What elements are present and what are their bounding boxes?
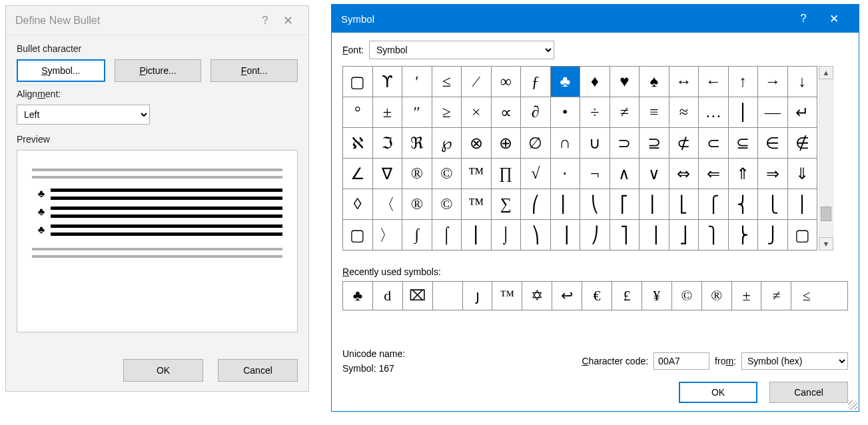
symbol-cell[interactable]: ∧ bbox=[610, 159, 640, 189]
resize-grip-icon[interactable] bbox=[848, 400, 857, 410]
symbol-cell[interactable]: ⎩ bbox=[758, 189, 788, 220]
symbol-cell[interactable]: ≤ bbox=[432, 67, 462, 97]
symbol-cell[interactable]: 〈 bbox=[372, 189, 402, 220]
recent-symbol-cell[interactable]: € bbox=[582, 282, 612, 310]
symbol-cell[interactable]: ″ bbox=[402, 97, 432, 128]
font-button[interactable]: Font... bbox=[211, 59, 298, 82]
symbol-cell[interactable]: ± bbox=[372, 97, 402, 128]
symbol-cell[interactable]: ⁄ bbox=[462, 67, 492, 97]
recent-symbol-cell[interactable]: ™ bbox=[492, 282, 522, 310]
symbol-cell[interactable]: ▢ bbox=[343, 67, 373, 97]
symbol-cell[interactable]: ¬ bbox=[580, 159, 610, 189]
symbol-cell[interactable]: ⎜ bbox=[550, 189, 580, 220]
recent-symbol-cell[interactable]: ȷ bbox=[463, 282, 493, 310]
symbol-cell[interactable]: ⊗ bbox=[462, 128, 492, 159]
symbol-cell[interactable]: ∑ bbox=[491, 189, 521, 220]
symbol-cell[interactable]: ↑ bbox=[728, 67, 758, 97]
symbol-cell[interactable]: ÷ bbox=[580, 97, 610, 128]
symbol-cell[interactable]: ⎝ bbox=[580, 189, 610, 220]
help-icon[interactable]: ? bbox=[788, 5, 819, 33]
symbol-cell[interactable]: ⎫ bbox=[699, 220, 729, 250]
symbol-cell[interactable]: ⇒ bbox=[758, 159, 788, 189]
symbol-cell[interactable]: ⎧ bbox=[699, 189, 729, 220]
symbol-cell[interactable]: © bbox=[432, 189, 462, 220]
recent-symbol-cell[interactable]: ± bbox=[732, 282, 762, 310]
recent-symbol-cell[interactable]: © bbox=[672, 282, 702, 310]
symbol-cell[interactable]: ⇓ bbox=[787, 159, 817, 189]
symbol-cell[interactable]: ⎡ bbox=[610, 189, 640, 220]
symbol-cell[interactable]: ⎛ bbox=[521, 189, 551, 220]
symbol-cell[interactable]: ℵ bbox=[343, 128, 373, 159]
symbol-cell[interactable]: ∝ bbox=[491, 97, 521, 128]
recent-symbol-cell[interactable]: ¥ bbox=[642, 282, 672, 310]
symbol-cell[interactable]: × bbox=[462, 97, 492, 128]
recent-symbol-cell[interactable]: ≤ bbox=[791, 282, 821, 310]
symbol-cell[interactable]: ⊄ bbox=[669, 128, 699, 159]
recent-symbol-cell[interactable]: ↩ bbox=[552, 282, 582, 310]
scroll-down-icon[interactable]: ▼ bbox=[819, 237, 833, 250]
alignment-select[interactable]: Left bbox=[17, 105, 150, 125]
symbol-cell[interactable]: ® bbox=[402, 189, 432, 220]
from-select[interactable]: Symbol (hex) bbox=[741, 352, 848, 370]
scroll-up-icon[interactable]: ▲ bbox=[819, 66, 833, 79]
symbol-cell[interactable]: © bbox=[432, 159, 462, 189]
symbol-cell[interactable]: — bbox=[758, 97, 788, 128]
symbol-cell[interactable]: ∞ bbox=[491, 67, 521, 97]
symbol-cell[interactable]: ⌠ bbox=[432, 220, 462, 250]
symbol-cell[interactable]: ⎦ bbox=[669, 220, 699, 250]
symbol-cell[interactable]: ≡ bbox=[640, 97, 669, 128]
symbol-cell[interactable]: 〉 bbox=[372, 220, 402, 250]
symbol-cell[interactable]: ⎭ bbox=[758, 220, 788, 250]
symbol-cell[interactable]: ⎢ bbox=[640, 189, 669, 220]
recent-symbol-cell[interactable] bbox=[433, 282, 463, 310]
symbol-cell[interactable]: ♥ bbox=[610, 67, 640, 97]
symbol-cell[interactable]: ⎣ bbox=[669, 189, 699, 220]
recent-symbol-cell[interactable]: ≠ bbox=[761, 282, 791, 310]
picture-button[interactable]: Picture... bbox=[115, 59, 202, 82]
symbol-cell[interactable]: ∈ bbox=[758, 128, 788, 159]
symbol-cell[interactable]: ⎠ bbox=[580, 220, 610, 250]
symbol-cell[interactable]: ♠ bbox=[640, 67, 669, 97]
symbol-cell[interactable]: ƒ bbox=[521, 67, 551, 97]
close-icon[interactable]: ✕ bbox=[819, 5, 849, 33]
symbol-cell[interactable]: ° bbox=[343, 97, 373, 128]
symbol-cell[interactable]: ⊂ bbox=[699, 128, 729, 159]
symbol-cell[interactable]: ∫ bbox=[402, 220, 432, 250]
symbol-cell[interactable]: ⌡ bbox=[491, 220, 521, 250]
symbol-cell[interactable]: ™ bbox=[462, 159, 492, 189]
symbol-cell[interactable]: ∨ bbox=[640, 159, 669, 189]
symbol-cell[interactable]: ⎪ bbox=[728, 97, 758, 128]
symbol-cell[interactable]: ♣ bbox=[550, 67, 580, 97]
ok-button[interactable]: OK bbox=[679, 382, 757, 403]
symbol-cell[interactable]: ≥ bbox=[432, 97, 462, 128]
symbol-cell[interactable]: ⊃ bbox=[610, 128, 640, 159]
symbol-cell[interactable]: ∏ bbox=[491, 159, 521, 189]
symbol-cell[interactable]: ⇐ bbox=[699, 159, 729, 189]
symbol-cell[interactable]: ∠ bbox=[343, 159, 373, 189]
symbol-cell[interactable]: ⋅ bbox=[550, 159, 580, 189]
symbol-cell[interactable]: ∂ bbox=[521, 97, 551, 128]
symbol-cell[interactable]: ℑ bbox=[372, 128, 402, 159]
symbol-cell[interactable]: ≈ bbox=[669, 97, 699, 128]
symbol-cell[interactable]: ∉ bbox=[787, 128, 817, 159]
cancel-button[interactable]: Cancel bbox=[769, 382, 848, 403]
symbol-cell[interactable]: ↔ bbox=[669, 67, 699, 97]
symbol-cell[interactable]: ⇑ bbox=[728, 159, 758, 189]
symbol-cell[interactable]: ∪ bbox=[580, 128, 610, 159]
symbol-cell[interactable]: ϒ bbox=[372, 67, 402, 97]
symbol-cell[interactable]: … bbox=[699, 97, 729, 128]
symbol-cell[interactable]: ♦ bbox=[580, 67, 610, 97]
symbol-cell[interactable]: ↵ bbox=[787, 97, 817, 128]
symbol-cell[interactable]: → bbox=[758, 67, 788, 97]
font-select[interactable]: Symbol bbox=[369, 41, 554, 59]
scroll-thumb[interactable] bbox=[821, 207, 831, 221]
help-icon[interactable]: ? bbox=[254, 14, 276, 27]
ok-button[interactable]: OK bbox=[123, 359, 203, 382]
symbol-cell[interactable]: ⎥ bbox=[640, 220, 669, 250]
close-icon[interactable]: ✕ bbox=[276, 13, 299, 28]
character-code-input[interactable] bbox=[653, 352, 709, 370]
symbol-cell[interactable]: • bbox=[550, 97, 580, 128]
symbol-cell[interactable]: ⊆ bbox=[728, 128, 758, 159]
symbol-cell[interactable]: ® bbox=[402, 159, 432, 189]
symbol-cell[interactable]: ← bbox=[699, 67, 729, 97]
